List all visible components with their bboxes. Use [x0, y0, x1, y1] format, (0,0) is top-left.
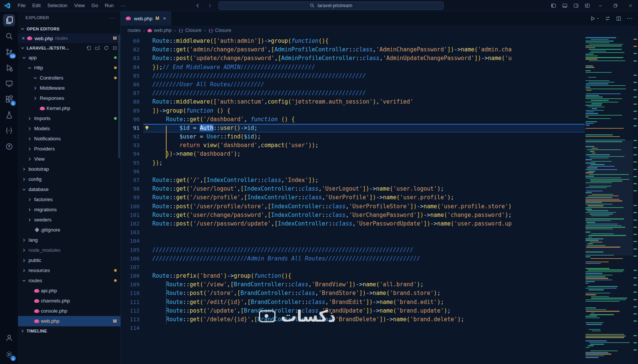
nav-forward-icon[interactable]: [206, 2, 213, 9]
tree-item-Notifications[interactable]: Notifications: [18, 134, 120, 144]
code-line-107[interactable]: 107: [121, 263, 585, 272]
tree-item-bootstrap[interactable]: bootstrap: [18, 164, 120, 174]
code-line-111[interactable]: 111 Route::get('/edit/{id}',[BrandContro…: [121, 298, 585, 307]
tree-item-channels.php[interactable]: channels.php: [18, 296, 120, 306]
code-line-97[interactable]: 97Route::get('/',[IndexController::class…: [121, 176, 585, 185]
tree-item-api.php[interactable]: api.php: [18, 286, 120, 296]
toggle-secondary-sidebar-icon[interactable]: [570, 1, 582, 11]
explorer-icon[interactable]: [3, 14, 15, 26]
tree-item-migrations[interactable]: migrations: [18, 205, 120, 215]
run-php-button[interactable]: [590, 16, 599, 21]
customize-layout-icon[interactable]: [582, 1, 593, 11]
menu-selection[interactable]: Selection: [44, 2, 71, 9]
tree-item-Imports[interactable]: Imports: [18, 113, 120, 123]
testing-icon[interactable]: [3, 109, 15, 121]
tree-item-Kernel.php[interactable]: Kernel.php: [18, 103, 120, 113]
tab-close-icon[interactable]: ×: [163, 15, 166, 21]
tree-item-.gitignore[interactable]: .gitignore: [18, 225, 120, 235]
code-line-99[interactable]: 99Route::get('/user/profile',[IndexContr…: [121, 193, 585, 202]
restore-button[interactable]: [608, 0, 623, 11]
tab-web-php[interactable]: web.php M ×: [121, 11, 171, 26]
breadcrumb-closure[interactable]: {}Closure: [208, 28, 231, 33]
tree-item-public[interactable]: public: [18, 255, 120, 265]
code-line-104[interactable]: 104: [121, 237, 585, 245]
collapse-all-icon[interactable]: [112, 45, 117, 51]
code-line-110[interactable]: 110 Route::post('/store',[BrandControlle…: [121, 289, 585, 298]
tree-item-database[interactable]: database: [18, 184, 120, 194]
tree-item-console.php[interactable]: console.php: [18, 306, 120, 316]
tree-item-Models[interactable]: Models: [18, 123, 120, 134]
code-line-102[interactable]: 102Route::post('/user/password/update',[…: [121, 220, 585, 228]
sidebar-scrollbar[interactable]: [118, 35, 120, 158]
code-line-88[interactable]: 88Route::middleware(['auth:sanctum',conf…: [121, 98, 585, 106]
source-control-icon[interactable]: 16: [3, 46, 15, 58]
new-file-icon[interactable]: [86, 45, 92, 51]
code-line-60[interactable]: 60Route::middleware(['auth:admin'])->gro…: [121, 37, 585, 45]
code-line-85[interactable]: 85//////////////////////////////////////…: [121, 72, 585, 80]
tree-item-node_modules[interactable]: node_modules: [18, 245, 120, 255]
editor-more-actions-icon[interactable]: ···: [627, 15, 633, 22]
extensions-icon[interactable]: 5: [3, 93, 15, 105]
code-line-93[interactable]: 93 return view('dashboard',compact('user…: [121, 141, 585, 150]
code-line-89[interactable]: 89])->group(function () {: [121, 107, 585, 115]
workspace-header[interactable]: LARAVEL-JETSTR...: [18, 43, 120, 53]
tree-item-Middleware[interactable]: Middleware: [18, 83, 120, 93]
menu-view[interactable]: View: [71, 2, 88, 9]
menu-go[interactable]: Go: [88, 2, 101, 9]
toggle-primary-sidebar-icon[interactable]: [548, 1, 559, 11]
snippets-icon[interactable]: [3, 125, 15, 137]
code-line-106[interactable]: 106////////////////////////////Admin Bra…: [121, 254, 585, 263]
code-line-87[interactable]: 87//////////////////////////////////////…: [121, 89, 585, 98]
tree-item-app[interactable]: app: [18, 53, 120, 63]
code-line-98[interactable]: 98Route::get('/user/logout',[IndexContro…: [121, 185, 585, 193]
code-line-94[interactable]: 94 })->name('dashboard');: [121, 150, 585, 158]
search-icon[interactable]: [3, 30, 15, 42]
tree-item-Controllers[interactable]: Controllers: [18, 73, 120, 83]
code-line-103[interactable]: 103: [121, 228, 585, 237]
code-line-113[interactable]: 113 Route::get('/delete/{id}',[BrandCont…: [121, 315, 585, 324]
overview-ruler[interactable]: [633, 35, 638, 364]
code-line-96[interactable]: 96: [121, 167, 585, 176]
timeline-header[interactable]: TIMELINE: [18, 326, 120, 335]
tree-item-Responses[interactable]: Responses: [18, 93, 120, 103]
code-line-101[interactable]: 101Route::get('user/change/password',[In…: [121, 211, 585, 220]
minimap[interactable]: [585, 35, 633, 364]
menu-run[interactable]: Run: [101, 2, 117, 9]
tree-item-lang[interactable]: lang: [18, 235, 120, 245]
code-line-91[interactable]: 91 $id = Auth::user()->id;: [121, 124, 585, 132]
tree-item-factories[interactable]: factories: [18, 194, 120, 205]
code-line-114[interactable]: 114: [121, 324, 585, 332]
remote-explorer-icon[interactable]: [3, 77, 15, 89]
code-line-84[interactable]: 84});// End Middleware ADMIN////////////…: [121, 63, 585, 72]
tree-item-Http[interactable]: Http: [18, 63, 120, 73]
tree-item-web.php[interactable]: web.phpM: [18, 316, 120, 326]
code-line-92[interactable]: 92 $user = User::find($id);: [121, 132, 585, 141]
split-editor-icon[interactable]: [616, 16, 621, 21]
menu-file[interactable]: File: [14, 2, 29, 9]
code-line-86[interactable]: 86////////User All Routes//////////: [121, 80, 585, 89]
lightbulb-icon[interactable]: [144, 125, 150, 131]
code-line-82[interactable]: 82Route::get('admin/change/password',[Ad…: [121, 45, 585, 54]
settings-icon[interactable]: 1: [3, 348, 15, 360]
breadcrumb-routes[interactable]: routes: [128, 28, 141, 33]
code-area[interactable]: 60Route::middleware(['auth:admin'])->gro…: [121, 35, 638, 364]
close-button[interactable]: [623, 0, 638, 11]
run-debug-icon[interactable]: [3, 62, 15, 74]
tree-item-routes[interactable]: routes: [18, 275, 120, 286]
open-changes-icon[interactable]: [605, 15, 611, 21]
open-editors-header[interactable]: OPEN EDITORS: [18, 24, 120, 33]
close-icon[interactable]: ×: [22, 35, 25, 41]
tree-item-resources[interactable]: resources: [18, 265, 120, 275]
code-line-109[interactable]: 109 Route::get('/view',[BrandController:…: [121, 280, 585, 289]
account-icon[interactable]: [3, 332, 15, 344]
code-line-100[interactable]: 100Route::post('/user/profile/store',[In…: [121, 202, 585, 211]
tree-item-seeders[interactable]: seeders: [18, 215, 120, 225]
code-line-105[interactable]: 105/////////////////////////////////////…: [121, 246, 585, 254]
open-editor-item[interactable]: × web.php routes M: [18, 33, 120, 43]
refresh-icon[interactable]: [104, 45, 109, 51]
tree-item-Providers[interactable]: Providers: [18, 144, 120, 154]
code-line-83[interactable]: 83Route::post('update/change/password',[…: [121, 54, 585, 63]
code-line-112[interactable]: 112 Route::post('/update',[BrandControll…: [121, 307, 585, 315]
tree-item-config[interactable]: config: [18, 174, 120, 184]
breadcrumb-closure[interactable]: {}Closure: [178, 28, 201, 33]
